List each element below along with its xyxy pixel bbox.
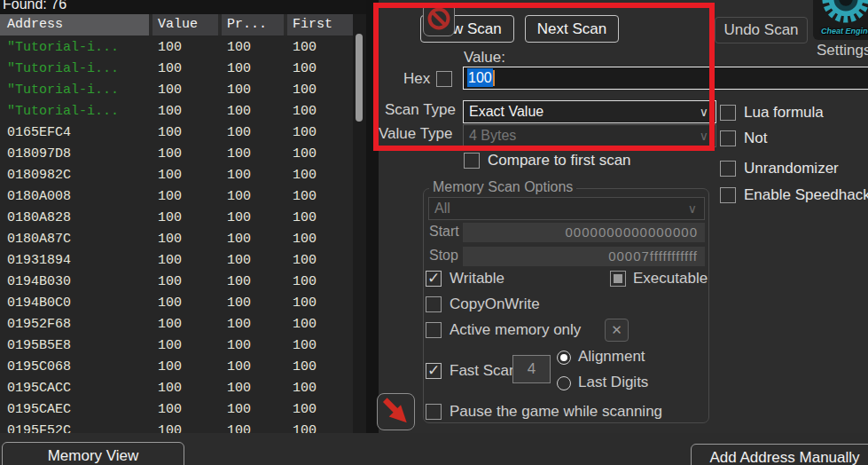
table-cell: 100 — [227, 80, 251, 101]
chevron-down-icon: ∨ — [688, 198, 697, 219]
lua-formula-checkbox[interactable] — [720, 105, 736, 121]
table-row[interactable]: 0194B030100100100 — [0, 272, 353, 293]
table-row[interactable]: "Tutorial-i...100100100 — [0, 59, 353, 80]
writable-checkbox[interactable] — [426, 271, 442, 287]
table-row[interactable]: 0195CAEC100100100 — [0, 399, 353, 421]
memory-region-selected-value: All — [434, 201, 450, 216]
table-row[interactable]: 0194B0C0100100100 — [0, 293, 353, 314]
table-cell: 100 — [158, 101, 182, 122]
unrandomizer-checkbox[interactable] — [720, 161, 736, 177]
table-cell: 100 — [293, 37, 317, 59]
executable-label: Executable — [633, 270, 708, 288]
table-cell: 100 — [158, 80, 182, 101]
enable-speedhack-checkbox[interactable] — [720, 187, 736, 203]
table-cell: 100 — [293, 59, 317, 80]
table-row[interactable]: 0180A008100100100 — [0, 186, 353, 208]
table-cell: 100 — [227, 144, 251, 165]
table-row[interactable]: 0195B5E8100100100 — [0, 335, 353, 357]
cheat-engine-gear-icon[interactable] — [820, 0, 868, 27]
table-cell: 100 — [158, 229, 182, 250]
table-cell: 100 — [227, 165, 251, 186]
cheat-engine-window: Found: 76 Address Value Pr... First "Tut… — [0, 0, 868, 465]
table-cell: 100 — [227, 250, 251, 272]
undo-scan-button[interactable]: Undo Scan — [715, 17, 808, 43]
cancel-scan-button[interactable] — [423, 3, 455, 36]
start-address-input[interactable]: 0000000000000000 — [463, 223, 705, 242]
table-cell: 100 — [227, 101, 251, 122]
value-input[interactable]: 100 — [463, 67, 868, 90]
memory-region-dropdown[interactable]: All ∨ — [428, 197, 705, 220]
compare-first-scan-checkbox[interactable] — [464, 153, 480, 169]
table-cell: "Tutorial-i... — [7, 59, 119, 80]
stop-address-input[interactable]: 00007fffffffffff — [463, 247, 705, 266]
copyonwrite-checkbox[interactable] — [426, 296, 442, 312]
fast-scan-alignment-input[interactable]: 4 — [512, 355, 551, 383]
executable-checkbox[interactable] — [610, 271, 626, 287]
table-row[interactable]: "Tutorial-i...100100100 — [0, 101, 353, 122]
scan-type-selected-value: Exact Value — [469, 104, 543, 119]
no-entry-icon — [426, 6, 451, 31]
table-cell: 0180A87C — [7, 229, 71, 250]
results-table-body[interactable]: "Tutorial-i...100100100"Tutorial-i...100… — [0, 37, 353, 433]
column-header-previous[interactable]: Pr... — [222, 14, 284, 35]
results-scrollbar-thumb[interactable] — [356, 34, 363, 122]
table-cell: 100 — [293, 229, 317, 250]
fast-scan-checkbox[interactable] — [426, 363, 442, 379]
alignment-radio[interactable] — [557, 351, 571, 365]
table-row[interactable]: 0180A87C100100100 — [0, 229, 353, 250]
column-header-value[interactable]: Value — [152, 14, 218, 35]
column-header-first[interactable]: First — [287, 14, 353, 35]
results-scrollbar-track[interactable] — [353, 14, 366, 433]
table-cell: 100 — [293, 293, 317, 314]
clear-x-button[interactable]: ✕ — [605, 319, 629, 342]
active-memory-only-checkbox[interactable] — [426, 322, 442, 338]
table-cell: 01931894 — [7, 250, 71, 272]
column-header-address[interactable]: Address — [0, 14, 149, 35]
scan-type-dropdown[interactable]: Exact Value ∨ — [463, 100, 716, 123]
table-cell: 100 — [227, 37, 251, 59]
table-cell: 100 — [227, 293, 251, 314]
table-row[interactable]: 0195CACC100100100 — [0, 378, 353, 399]
table-cell: 100 — [293, 314, 317, 335]
table-cell: 0195C068 — [7, 357, 71, 378]
table-row[interactable]: "Tutorial-i...100100100 — [0, 80, 353, 101]
table-cell: 0195B5E8 — [7, 335, 71, 357]
table-cell: "Tutorial-i... — [7, 37, 119, 59]
hex-label: Hex — [403, 70, 430, 88]
bottom-bar: Memory View Add Address Manually — [0, 433, 868, 465]
pause-while-scanning-label: Pause the game while scanning — [450, 403, 662, 421]
chevron-down-icon: ∨ — [700, 101, 708, 122]
red-arrow-button[interactable] — [377, 393, 415, 430]
table-row[interactable]: 0180A828100100100 — [0, 208, 353, 229]
next-scan-button[interactable]: Next Scan — [525, 15, 619, 43]
red-arrow-icon — [378, 394, 414, 430]
table-row[interactable]: "Tutorial-i...100100100 — [0, 37, 353, 59]
value-type-label: Value Type — [379, 125, 453, 143]
value-type-dropdown[interactable]: 4 Bytes ∨ — [463, 124, 716, 147]
add-address-manually-button[interactable]: Add Address Manually — [691, 444, 868, 465]
table-row[interactable]: 0180982C100100100 — [0, 165, 353, 186]
settings-link[interactable]: Settings — [817, 42, 868, 59]
table-row[interactable]: 0165EFC4100100100 — [0, 122, 353, 144]
table-cell: 100 — [158, 421, 182, 433]
table-cell: 100 — [158, 335, 182, 357]
table-row[interactable]: 01952F68100100100 — [0, 314, 353, 335]
table-row[interactable]: 0195F52C100100100 — [0, 421, 353, 433]
table-cell: 100 — [293, 378, 317, 399]
table-cell: 100 — [158, 208, 182, 229]
last-digits-radio[interactable] — [557, 376, 571, 390]
memory-view-button[interactable]: Memory View — [2, 442, 184, 465]
alignment-label: Alignment — [578, 348, 645, 366]
pause-while-scanning-checkbox[interactable] — [426, 404, 442, 420]
table-cell: 100 — [227, 421, 251, 433]
table-cell: 0180982C — [7, 165, 71, 186]
table-row[interactable]: 01931894100100100 — [0, 250, 353, 272]
value-type-selected-value: 4 Bytes — [469, 128, 516, 143]
table-cell: 100 — [158, 59, 182, 80]
table-row[interactable]: 0195C068100100100 — [0, 357, 353, 378]
memory-scan-options-title: Memory Scan Options — [429, 179, 576, 195]
table-row[interactable]: 018097D8100100100 — [0, 144, 353, 165]
table-cell: 0194B0C0 — [7, 293, 71, 314]
not-checkbox[interactable] — [720, 130, 736, 146]
hex-checkbox[interactable] — [436, 71, 452, 87]
